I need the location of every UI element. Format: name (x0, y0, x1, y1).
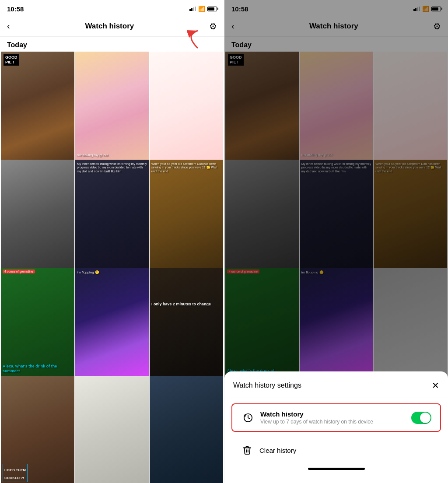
watch-history-settings-sheet: Watch history settings ✕ Watch history V… (224, 371, 448, 483)
right-phone-panel: 10:58 📶 ‹ Watch history ⚙ Today GOODPIE … (224, 0, 448, 483)
video-thumb-10[interactable]: LIKED THEMCOOKED ?! ▷ 45.5M (1, 376, 74, 483)
wifi-icon: 📶 (198, 6, 205, 12)
trash-icon (240, 443, 254, 457)
thumb-label-1: GOODPIE ! (4, 54, 19, 66)
left-phone-panel: 10:58 📶 ‹ Watch history ⚙ (0, 0, 224, 483)
video-thumb-12[interactable]: ▷ 790 (150, 376, 223, 483)
sheet-close-button[interactable]: ✕ (432, 380, 439, 391)
thumb-caption-7: Alexa, what's the drink of the summer? (3, 364, 73, 374)
video-thumb-4[interactable]: ▷ 656 (1, 160, 74, 274)
watch-history-row-title: Watch history (260, 410, 411, 418)
battery-icon (207, 7, 217, 11)
left-back-button[interactable]: ‹ (7, 21, 10, 31)
thumb-caption-6: When your 55 year old Stepmom Dad has be… (151, 162, 221, 173)
left-nav-title: Watch history (85, 22, 134, 31)
video-thumb-2[interactable]: me asking my gf out ▷ 226 (75, 52, 149, 166)
red-arrow-indicator (176, 26, 202, 54)
signal-icon (189, 7, 196, 11)
video-thumb-6[interactable]: When your 55 year old Stepmom Dad has be… (150, 160, 223, 274)
video-thumb-3[interactable]: ▷ 5511 (150, 52, 223, 166)
watch-history-toggle-row: Watch history View up to 7 days of watch… (231, 403, 441, 432)
video-thumb-8[interactable]: im flopping 🙂 ▷ 725 (75, 268, 149, 382)
video-thumb-1[interactable]: GOODPIE ! ▷ 50.9M (1, 52, 74, 166)
video-thumb-9[interactable]: I only have 2 minutes to change ▷ 38.7M (150, 268, 223, 382)
watch-history-toggle[interactable] (411, 412, 431, 424)
sheet-title: Watch history settings (233, 382, 301, 389)
watch-history-row-subtitle: View up to 7 days of watch history on th… (260, 419, 411, 425)
thumb-caption-2: me asking my gf out (77, 153, 147, 158)
left-status-time: 10:58 (7, 5, 24, 13)
watch-history-row-content: Watch history View up to 7 days of watch… (260, 410, 411, 425)
left-settings-button[interactable]: ⚙ (209, 21, 217, 32)
thumb-caption-9: I only have 2 minutes to change (151, 302, 221, 307)
home-indicator (308, 468, 365, 470)
thumb-caption-5: My inner demon talking while im filming … (77, 162, 147, 173)
toggle-thumb (420, 413, 430, 423)
sheet-header: Watch history settings ✕ (224, 371, 448, 398)
thumb-caption-8: im flopping 🙂 (77, 270, 147, 275)
video-thumb-5[interactable]: My inner demon talking while im filming … (75, 160, 149, 274)
history-icon (241, 411, 255, 425)
left-status-icons: 📶 (189, 6, 217, 12)
video-thumb-7[interactable]: 4 ounce of grenadine Alexa, what's the d… (1, 268, 74, 382)
left-video-grid: GOODPIE ! ▷ 50.9M me asking my gf out ▷ … (0, 52, 224, 483)
video-thumb-11[interactable]: ▷ 2.2M (75, 376, 149, 483)
thumb-top-label-7: 4 ounce of grenadine (3, 270, 35, 273)
clear-history-label: Clear history (259, 447, 296, 454)
left-status-bar: 10:58 📶 (0, 0, 224, 16)
thumb-label-10: LIKED THEMCOOKED ?! (3, 464, 28, 482)
clear-history-row[interactable]: Clear history (224, 437, 448, 463)
